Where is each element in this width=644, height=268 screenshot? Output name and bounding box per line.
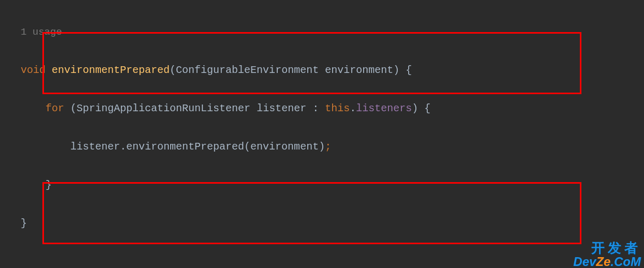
loop-body-1: listener.environmentPrepared(environment… — [21, 137, 644, 156]
for-loop-1: for (SpringApplicationRunListener listen… — [21, 99, 644, 118]
code-editor[interactable]: 1 usage void environmentPrepared(Configu… — [0, 0, 644, 268]
close-outer-brace-1: } — [21, 214, 644, 233]
close-inner-brace-1: } — [21, 175, 644, 195]
method-signature-1: void environmentPrepared(ConfigurableEnv… — [21, 61, 644, 80]
watermark-logo: 开发者 DevZe.CoM — [573, 241, 641, 268]
usage-hint-1: 1 usage — [21, 22, 644, 41]
watermark-line2: DevZe.CoM — [573, 255, 641, 268]
blank-line — [21, 252, 644, 268]
watermark-line1: 开发者 — [573, 241, 641, 255]
